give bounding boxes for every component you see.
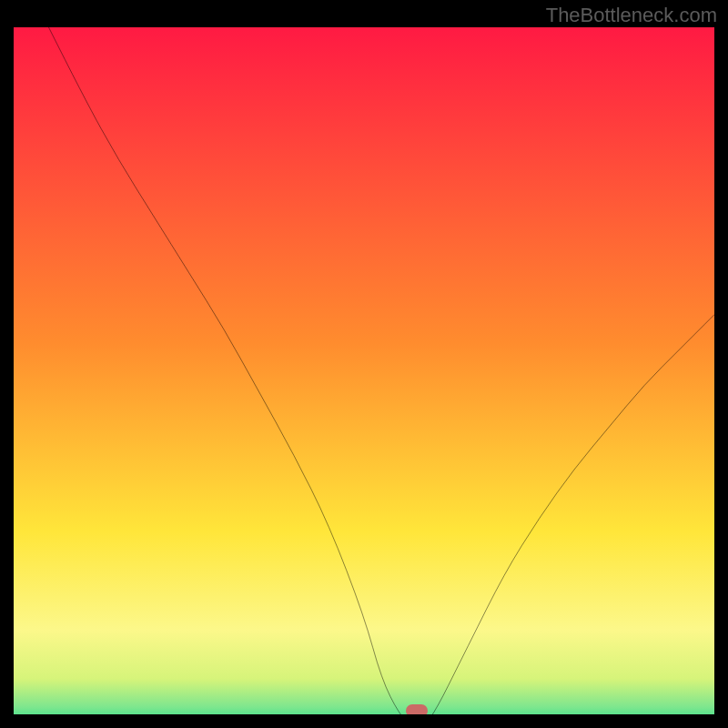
bottleneck-curve xyxy=(14,27,714,714)
plot-area xyxy=(14,27,714,714)
chart-canvas: TheBottleneck.com xyxy=(0,0,728,728)
watermark-text: TheBottleneck.com xyxy=(546,4,717,27)
optimum-marker xyxy=(406,704,428,714)
